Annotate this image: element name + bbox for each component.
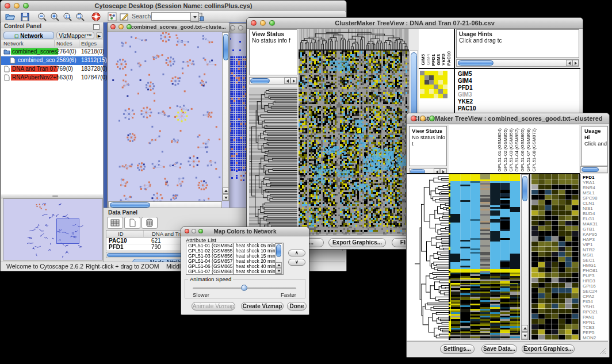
gene-label[interactable]: VIP1 xyxy=(583,242,608,247)
float-panel-icon[interactable] xyxy=(93,24,100,30)
tv2-heatmap[interactable] xyxy=(449,174,520,340)
column-header-id[interactable]: ID xyxy=(118,231,124,237)
slider-thumb[interactable] xyxy=(241,285,247,291)
gene-label[interactable]: NIS1 xyxy=(583,206,608,211)
table-row[interactable]: combined_scores2764(0)16218(0) xyxy=(1,48,103,56)
tv2-gene-list[interactable]: PFD1YRA1RNR4MSL1SPC98CLN1NIS1BUD4ELG1MAK… xyxy=(580,174,608,340)
table-mode-icon[interactable] xyxy=(107,217,123,229)
heat-cell[interactable] xyxy=(420,89,424,94)
annotation-icon[interactable] xyxy=(120,12,129,22)
gene-label[interactable]: PAC10 xyxy=(458,105,579,112)
heat-cell[interactable] xyxy=(434,85,438,89)
tv2-heat-vscrollbar[interactable] xyxy=(521,174,529,340)
gene-label[interactable]: HMG1 xyxy=(583,263,608,268)
heat-cell[interactable] xyxy=(443,85,447,89)
minimize-button[interactable] xyxy=(260,20,266,26)
heat-cell[interactable] xyxy=(434,80,438,85)
heat-cell[interactable] xyxy=(424,85,429,89)
gene-label[interactable]: PFD1 xyxy=(458,85,579,91)
column-header[interactable]: Network xyxy=(3,40,24,47)
gene-label[interactable]: FIG4 xyxy=(583,299,608,304)
create-vizmap-button[interactable]: Create Vizmap xyxy=(241,302,284,311)
settings-button[interactable]: Settings... xyxy=(440,344,475,354)
save-data-button[interactable]: Save Data... xyxy=(481,344,517,354)
table-row[interactable]: RNAPuberNov2+!563(0)107847(0) xyxy=(1,74,103,82)
animate-vizmap-button[interactable]: Animate Vizmap xyxy=(192,302,235,311)
close-button[interactable] xyxy=(110,24,116,29)
open-folder-icon[interactable] xyxy=(5,12,15,22)
gene-label[interactable]: PAN1 xyxy=(583,315,608,320)
heat-cell[interactable] xyxy=(438,80,443,85)
gene-label[interactable]: PEP5 xyxy=(583,330,608,335)
heat-cell[interactable] xyxy=(420,85,424,89)
attribute-list[interactable]: GPL51-01 (GSM854) heat shock 05 minGPL51… xyxy=(186,243,284,275)
help-ring-icon[interactable] xyxy=(91,12,101,22)
gene-label[interactable]: CLN1 xyxy=(583,201,608,206)
gene-label[interactable]: HAP3 xyxy=(583,237,608,242)
heat-cell[interactable] xyxy=(420,75,424,80)
gene-label[interactable]: YRA1 xyxy=(583,180,608,185)
tv1-column-dendrogram[interactable] xyxy=(299,29,409,49)
heat-cell[interactable] xyxy=(429,89,434,94)
gene-label[interactable]: GPI16 xyxy=(583,283,608,289)
gene-label[interactable]: ELG1 xyxy=(583,216,608,221)
minimize-button[interactable] xyxy=(118,24,124,29)
save-icon[interactable] xyxy=(20,12,30,22)
heat-cell[interactable] xyxy=(443,80,447,85)
close-button[interactable] xyxy=(251,20,257,26)
close-button[interactable] xyxy=(185,229,189,233)
gene-label[interactable]: RPO21 xyxy=(583,309,608,315)
gene-label[interactable]: GIM5 xyxy=(458,71,579,78)
heat-cell[interactable] xyxy=(424,89,429,94)
gene-label[interactable]: RPN1 xyxy=(583,320,608,325)
panel-divider-handle[interactable] xyxy=(1,194,103,198)
tv2-zoom-heatmap[interactable] xyxy=(531,174,579,340)
gene-label[interactable]: MSI1 xyxy=(583,252,608,258)
heat-cell[interactable] xyxy=(429,71,434,75)
heat-cell[interactable] xyxy=(438,71,443,75)
table-row[interactable]: combined_sco2569(6)13112(15) xyxy=(1,56,103,65)
export-graphics-button[interactable]: Export Graphics... xyxy=(522,344,575,354)
tv1-heatmap[interactable] xyxy=(299,51,409,235)
gene-label[interactable]: HRD3 xyxy=(583,278,608,283)
gene-label[interactable]: TCB3 xyxy=(583,325,608,330)
heat-cell[interactable] xyxy=(420,94,424,98)
delete-attribute-icon[interactable] xyxy=(141,217,158,229)
tab-network[interactable]: ☐ Network xyxy=(3,32,54,39)
network-overview-canvas[interactable] xyxy=(3,198,103,260)
heat-cell[interactable] xyxy=(420,71,424,75)
heat-cell[interactable] xyxy=(424,80,429,85)
gene-label[interactable]: MSL1 xyxy=(583,190,608,196)
search-input[interactable] xyxy=(151,12,192,21)
gene-label[interactable]: MON2 xyxy=(583,335,608,340)
heat-cell[interactable] xyxy=(443,75,447,80)
move-up-button[interactable]: ∧ xyxy=(288,250,305,256)
gene-label[interactable]: SPC98 xyxy=(583,196,608,201)
gene-label[interactable]: BUD4 xyxy=(583,211,608,216)
heat-cell[interactable] xyxy=(429,75,434,80)
attribute-list-item[interactable]: GPL51-07 (GSM868) heat shock 60 min xyxy=(188,269,283,274)
attribute-list-scrollbar[interactable] xyxy=(275,243,282,274)
zoom-button[interactable] xyxy=(127,24,132,29)
heat-cell[interactable] xyxy=(443,94,447,98)
column-header[interactable]: Edges xyxy=(79,40,97,47)
zoom-selected-icon[interactable] xyxy=(75,12,85,22)
tv2-right-hscrollbar[interactable] xyxy=(580,166,608,173)
close-button[interactable] xyxy=(411,116,416,121)
tab-overflow-arrow[interactable]: ▶ xyxy=(96,32,102,39)
heat-cell[interactable] xyxy=(438,75,443,80)
tab-vizmapper[interactable]: VizMapper™ xyxy=(56,32,94,39)
heat-cell[interactable] xyxy=(434,71,438,75)
heat-cell[interactable] xyxy=(434,89,438,94)
gene-label[interactable]: GIM4 xyxy=(458,78,579,85)
animation-speed-slider[interactable] xyxy=(193,285,296,292)
zoom-fit-icon[interactable]: 1:1 xyxy=(63,12,72,22)
heat-cell[interactable] xyxy=(429,80,434,85)
heat-cell[interactable] xyxy=(434,75,438,80)
search-dropdown-arrow[interactable] xyxy=(190,12,199,22)
zoom-out-icon[interactable] xyxy=(37,12,47,22)
main-titlebar[interactable]: Cytoscape Desktop (Session Name: collins… xyxy=(1,1,346,12)
minimize-button[interactable] xyxy=(238,25,243,30)
heat-cell[interactable] xyxy=(424,94,429,98)
heat-cell[interactable] xyxy=(443,89,447,94)
